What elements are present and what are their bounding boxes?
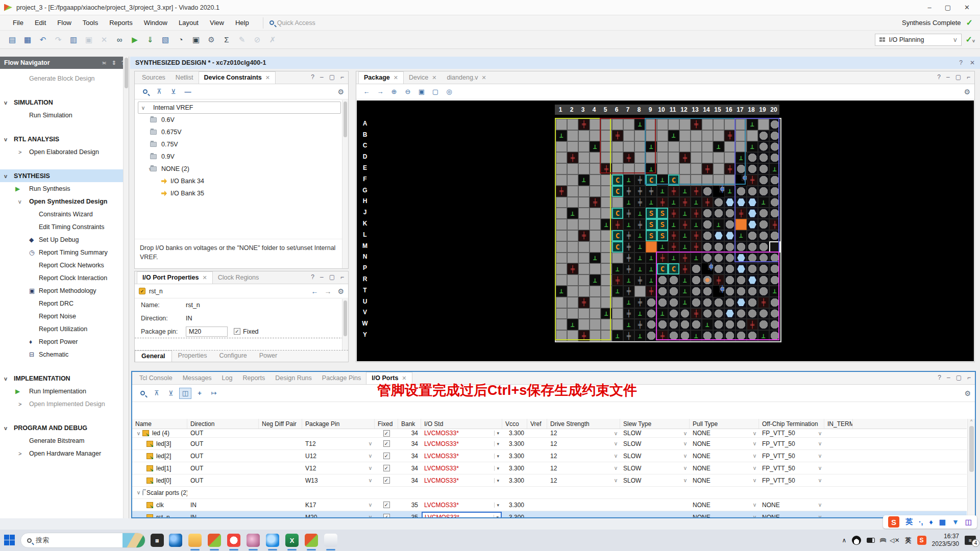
package-pin-cell[interactable]	[769, 130, 780, 141]
package-pin-cell[interactable]: ╪	[679, 263, 691, 274]
package-pin-cell[interactable]: ⊥	[567, 208, 578, 219]
package-pin-cell[interactable]: ⊥	[679, 186, 691, 197]
delete-icon[interactable]: ✕	[97, 33, 111, 46]
package-pin-cell[interactable]	[758, 308, 769, 319]
package-pin-cell[interactable]: ╪	[634, 274, 646, 286]
flow-navigator-scrollbar[interactable]	[123, 57, 129, 518]
package-pin-cell[interactable]: ╪	[758, 297, 769, 308]
taskbar-app-explorer[interactable]	[188, 534, 202, 547]
expand-all-icon[interactable]: ⇕	[112, 60, 116, 66]
package-pin-cell[interactable]: ⊥	[556, 130, 567, 141]
package-pin-cell[interactable]	[556, 263, 567, 274]
table-scrollbar[interactable]: ^	[967, 419, 975, 517]
package-pin-cell[interactable]	[724, 274, 736, 286]
sum-icon[interactable]: Σ	[219, 33, 234, 46]
package-pin-cell[interactable]	[556, 274, 567, 286]
package-pin-cell[interactable]: ⊥	[578, 174, 590, 186]
package-pin-cell[interactable]	[724, 308, 736, 319]
package-pin-cell[interactable]	[601, 253, 612, 264]
package-pin-cell[interactable]	[601, 319, 612, 330]
package-pin-cell[interactable]	[556, 308, 567, 319]
package-pin-cell[interactable]	[623, 119, 634, 130]
package-pin-cell[interactable]	[747, 219, 758, 230]
package-pin-cell[interactable]	[713, 253, 724, 264]
package-pin-cell[interactable]: ⊥	[747, 141, 758, 153]
package-pin-cell[interactable]: S	[646, 219, 657, 230]
package-pin-cell[interactable]	[713, 174, 724, 186]
package-pin-cell[interactable]: ⊥	[612, 286, 623, 297]
package-pin-cell[interactable]	[724, 297, 736, 308]
package-pin-cell[interactable]: ╪	[657, 197, 668, 208]
quick-access-search[interactable]: Quick Access	[263, 17, 370, 29]
maximize-icon[interactable]: ▢	[329, 73, 335, 81]
package-pin-cell[interactable]	[769, 297, 780, 308]
package-pin-cell[interactable]: ╪	[691, 186, 702, 197]
package-pin-cell[interactable]	[758, 263, 769, 274]
package-pin-cell[interactable]	[590, 319, 601, 330]
flow-section-implementation[interactable]: vIMPLEMENTATION	[0, 372, 129, 385]
package-pin-cell[interactable]	[747, 263, 758, 274]
package-pin-cell[interactable]	[634, 286, 646, 297]
package-pin-cell[interactable]: ╪	[702, 163, 713, 174]
properties-tab-power[interactable]: Power	[253, 350, 283, 362]
tab-clock-regions[interactable]: Clock Regions	[213, 272, 264, 284]
package-pin-cell[interactable]	[634, 163, 646, 174]
package-pin-cell[interactable]: ⊥	[601, 308, 612, 319]
package-pin-cell[interactable]	[590, 297, 601, 308]
column-header-bank[interactable]: Bank	[398, 419, 421, 429]
search-icon[interactable]	[136, 388, 149, 399]
taskbar-app-anydesk[interactable]	[227, 534, 240, 547]
package-pin-cell[interactable]	[769, 319, 780, 330]
package-pin-cell[interactable]	[601, 274, 612, 286]
maximize-icon[interactable]: ▢	[955, 73, 961, 81]
cell-pull-type[interactable]: NONEv	[690, 438, 759, 449]
package-pin-cell[interactable]	[747, 130, 758, 141]
package-pin-cell[interactable]	[747, 230, 758, 241]
package-pin-cell[interactable]	[747, 330, 758, 341]
package-pin-cell[interactable]: ⊥	[769, 163, 780, 174]
flow-section-rtl-analysis[interactable]: vRTL ANALYSIS	[0, 133, 129, 145]
package-pin-cell[interactable]	[679, 319, 691, 330]
package-pin-cell[interactable]	[702, 152, 713, 163]
package-pin-cell[interactable]	[747, 274, 758, 286]
package-pin-cell[interactable]: C	[612, 230, 623, 241]
io-std-combo-focused[interactable]: LVCMOS33*▾	[422, 512, 502, 517]
package-pin-cell[interactable]	[578, 263, 590, 274]
package-pin-cell[interactable]: ⊥	[646, 197, 657, 208]
package-pin-cell[interactable]	[747, 197, 758, 208]
package-pin-cell[interactable]: ⊥	[646, 263, 657, 274]
maximize-button[interactable]: ▢	[945, 4, 951, 11]
package-pin-cell[interactable]: S	[646, 230, 657, 241]
tab-netlist[interactable]: Netlist	[170, 72, 199, 84]
package-pin-cell[interactable]	[758, 152, 769, 163]
search-icon[interactable]	[139, 86, 151, 97]
package-pin-cell[interactable]: ⊥	[758, 330, 769, 341]
cell-off-chip-termination[interactable]: FP_VTT_50v	[759, 450, 824, 462]
package-pin-cell[interactable]	[702, 141, 713, 153]
package-pin-cell[interactable]	[590, 130, 601, 141]
package-pin-cell[interactable]	[668, 330, 679, 341]
cell-package-pin[interactable]: W13v	[302, 474, 375, 486]
package-pin-cell[interactable]	[657, 319, 668, 330]
package-pin-cell[interactable]	[747, 286, 758, 297]
package-pin-cell[interactable]	[747, 297, 758, 308]
package-pin-cell[interactable]	[612, 119, 623, 130]
package-pin-cell[interactable]	[590, 263, 601, 274]
help-icon[interactable]: ?	[938, 374, 941, 381]
package-pin-cell[interactable]	[713, 119, 724, 130]
package-pin-cell[interactable]	[758, 319, 769, 330]
package-pin-cell[interactable]	[590, 186, 601, 197]
taskbar-app-snip-tool[interactable]	[324, 534, 337, 547]
package-pin-cell[interactable]	[713, 319, 724, 330]
cell-slew-type[interactable]: SLOWv	[620, 450, 690, 462]
package-pin-cell[interactable]	[601, 152, 612, 163]
fixed-checkbox[interactable]: ✓	[383, 502, 390, 508]
package-pin-cell[interactable]	[691, 163, 702, 174]
package-pin-cell[interactable]: ⊥	[623, 297, 634, 308]
package-pin-cell[interactable]	[769, 119, 780, 130]
export-ports-icon[interactable]: ↦	[208, 388, 220, 399]
package-pin-cell[interactable]	[702, 274, 713, 286]
taskbar-app-vivado-2[interactable]	[305, 534, 318, 547]
package-pin-cell[interactable]	[668, 141, 679, 153]
cell-off-chip-termination[interactable]: FP_VTT_50v	[759, 429, 824, 437]
